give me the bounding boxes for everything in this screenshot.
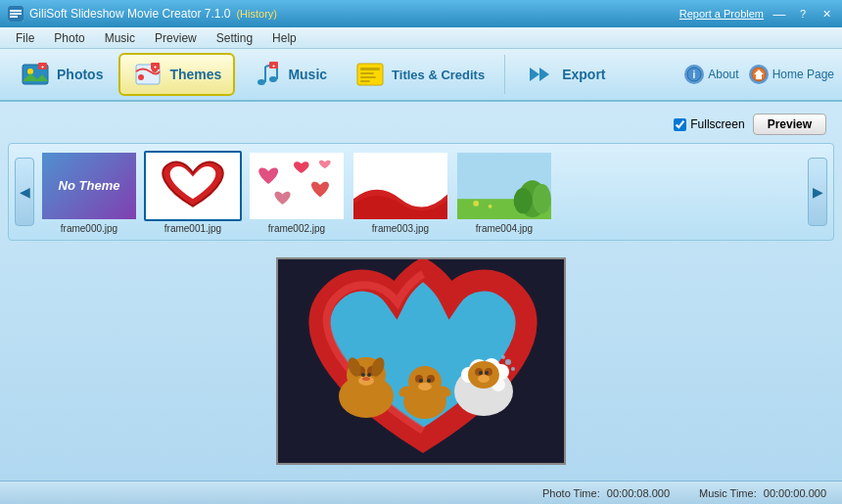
svg-point-40 xyxy=(473,201,479,206)
svg-rect-24 xyxy=(360,76,376,78)
theme-item-frame003[interactable]: frame003.jpg xyxy=(351,151,449,234)
homepage-icon xyxy=(749,65,769,84)
theme-thumb-frame000: No Theme xyxy=(40,151,138,221)
svg-point-67 xyxy=(501,355,505,359)
theme-strip: ◀ No Theme frame000.jpg xyxy=(8,143,834,241)
photos-icon: + xyxy=(20,59,51,90)
menu-music[interactable]: Music xyxy=(95,29,145,47)
svg-marker-26 xyxy=(530,68,539,81)
themes-icon: + xyxy=(132,59,164,90)
svg-point-62 xyxy=(478,375,490,383)
main-content: Fullscreen Preview ◀ No Theme frame000.j… xyxy=(0,102,842,481)
export-label: Export xyxy=(562,67,605,82)
theme-thumb-frame003 xyxy=(351,151,449,221)
svg-point-73 xyxy=(419,379,423,383)
export-button[interactable]: Export xyxy=(513,53,617,96)
photo-time-label: Photo Time: xyxy=(542,487,600,499)
music-button[interactable]: + Music xyxy=(239,53,339,96)
svg-point-64 xyxy=(485,371,489,375)
theme-item-frame000[interactable]: No Theme frame000.jpg xyxy=(40,151,138,234)
music-time-label: Music Time: xyxy=(699,487,757,499)
titles-label: Titles & Credits xyxy=(392,68,485,82)
strip-next-arrow[interactable]: ▶ xyxy=(808,158,827,226)
menu-help[interactable]: Help xyxy=(262,29,306,47)
music-time-value: 00:00:00.000 xyxy=(764,487,826,499)
svg-rect-25 xyxy=(360,80,370,82)
fullscreen-label: Fullscreen xyxy=(690,117,744,131)
about-icon: i xyxy=(684,65,704,84)
toolbar: + Photos + Themes xyxy=(0,49,842,102)
menu-file[interactable]: File xyxy=(6,29,44,47)
music-icon: + xyxy=(251,59,282,90)
svg-rect-22 xyxy=(360,68,380,70)
title-bar-right: Report a Problem — ? ✕ xyxy=(679,7,834,21)
svg-point-69 xyxy=(408,366,442,397)
title-bar-left: GiliSoft Slideshow Movie Creator 7.1.0 (… xyxy=(8,6,277,22)
menu-setting[interactable]: Setting xyxy=(207,29,262,47)
fullscreen-checkbox-container: Fullscreen xyxy=(674,117,744,131)
svg-text:+: + xyxy=(154,64,158,69)
svg-point-10 xyxy=(138,74,144,80)
preview-area xyxy=(8,249,834,473)
photo-time-value: 00:00:08.000 xyxy=(607,487,670,499)
themes-button[interactable]: + Themes xyxy=(118,53,235,96)
status-bar: Photo Time: 00:00:08.000 Music Time: 00:… xyxy=(0,481,842,504)
theme-thumb-frame001 xyxy=(144,151,242,221)
preview-canvas xyxy=(276,257,566,465)
homepage-label: Home Page xyxy=(772,68,834,81)
toolbar-right: i About Home Page xyxy=(684,65,834,84)
theme-label-frame002: frame002.jpg xyxy=(268,223,325,234)
theme-items: No Theme frame000.jpg frame001.jpg xyxy=(40,151,802,234)
music-time-status: Music Time: 00:00:00.000 xyxy=(699,487,826,499)
title-text: GiliSoft Slideshow Movie Creator 7.1.0 xyxy=(29,7,230,21)
theme-item-frame002[interactable]: frame002.jpg xyxy=(248,151,346,234)
photo-time-status: Photo Time: 00:00:08.000 xyxy=(542,487,670,499)
fullscreen-checkbox[interactable] xyxy=(674,118,686,131)
svg-point-49 xyxy=(367,373,371,377)
help-button[interactable]: ? xyxy=(795,7,811,21)
homepage-link[interactable]: Home Page xyxy=(749,65,834,84)
svg-rect-23 xyxy=(360,72,374,74)
close-button[interactable]: ✕ xyxy=(819,7,834,21)
strip-prev-arrow[interactable]: ◀ xyxy=(15,158,34,226)
svg-marker-27 xyxy=(539,68,549,81)
about-link[interactable]: i About xyxy=(684,65,738,84)
svg-rect-3 xyxy=(10,16,18,18)
toolbar-separator xyxy=(504,55,505,94)
minimize-button[interactable]: — xyxy=(772,7,787,21)
no-theme-display: No Theme xyxy=(42,153,136,219)
music-label: Music xyxy=(288,67,327,82)
svg-point-66 xyxy=(511,367,515,371)
svg-text:+: + xyxy=(272,63,276,69)
photos-label: Photos xyxy=(57,67,103,82)
svg-point-14 xyxy=(257,79,265,85)
titles-icon xyxy=(354,59,386,90)
controls-bar: Fullscreen Preview xyxy=(8,110,834,135)
theme-label-frame000: frame000.jpg xyxy=(61,223,117,234)
svg-rect-1 xyxy=(10,10,22,12)
menu-photo[interactable]: Photo xyxy=(44,29,94,47)
report-problem-link[interactable]: Report a Problem xyxy=(679,8,764,20)
about-label: About xyxy=(708,68,738,81)
theme-thumb-frame002 xyxy=(248,151,346,221)
svg-point-63 xyxy=(479,371,483,375)
photos-button[interactable]: + Photos xyxy=(8,53,115,96)
history-text: (History) xyxy=(236,8,277,20)
theme-item-frame001[interactable]: frame001.jpg xyxy=(144,151,242,234)
menu-preview[interactable]: Preview xyxy=(145,29,207,47)
svg-text:i: i xyxy=(693,69,696,80)
title-bar: GiliSoft Slideshow Movie Creator 7.1.0 (… xyxy=(0,0,842,27)
titles-button[interactable]: Titles & Credits xyxy=(343,53,496,96)
svg-point-48 xyxy=(361,373,365,377)
svg-point-65 xyxy=(505,359,511,365)
svg-rect-2 xyxy=(10,13,22,15)
svg-point-72 xyxy=(418,383,432,390)
export-icon xyxy=(525,59,556,90)
svg-point-41 xyxy=(489,204,492,207)
svg-point-15 xyxy=(269,76,277,82)
preview-button[interactable]: Preview xyxy=(753,114,826,135)
theme-label-frame001: frame001.jpg xyxy=(164,223,221,234)
theme-item-frame004[interactable]: frame004.jpg xyxy=(455,151,553,234)
theme-label-frame004: frame004.jpg xyxy=(476,223,533,234)
preview-svg xyxy=(278,259,566,465)
